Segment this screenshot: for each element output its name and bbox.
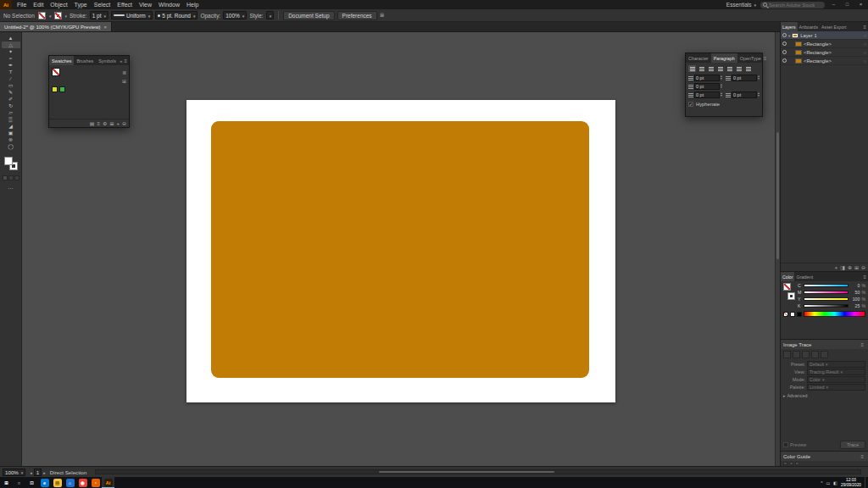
tab-swatches[interactable]: Swatches — [49, 56, 74, 65]
new-sublayer-icon[interactable] — [848, 263, 852, 272]
layer-name[interactable]: Layer 1 — [800, 33, 862, 38]
lasso-tool[interactable]: ≈ — [2, 55, 20, 62]
object-name[interactable]: <Rectangle> — [804, 58, 862, 64]
preset-select[interactable]: Default — [807, 361, 865, 368]
menu-view[interactable]: View — [136, 0, 155, 9]
next-artboard-icon[interactable] — [43, 469, 46, 475]
menu-type[interactable]: Type — [71, 0, 91, 9]
menu-object[interactable]: Object — [47, 0, 70, 9]
brush-definition-select[interactable]: 5 pt. Round — [155, 11, 198, 19]
selection-tool[interactable]: ▲ — [2, 35, 20, 42]
clipping-mask-icon[interactable] — [840, 263, 845, 272]
start-button[interactable]: ⊞ — [0, 477, 13, 488]
chrome-taskbar-button[interactable]: ◉ — [76, 477, 89, 488]
workspace-switcher[interactable]: Essentials — [726, 2, 756, 8]
illustrator-taskbar-button[interactable]: Ai — [102, 477, 114, 488]
cyan-value[interactable]: 0 — [850, 283, 860, 288]
stepper-icons[interactable] — [758, 75, 760, 80]
vertical-scrollbar-thumb[interactable] — [776, 132, 779, 259]
tab-color[interactable]: Color — [781, 272, 794, 281]
panel-menu-icon[interactable] — [764, 56, 767, 61]
swatch-none[interactable] — [52, 68, 60, 76]
first-line-indent-value[interactable]: 0 pt — [694, 83, 720, 90]
space-before-field[interactable]: 0 pt — [688, 92, 722, 98]
tray-expand-icon[interactable] — [821, 480, 822, 485]
line-segment-tool[interactable]: ∕ — [2, 75, 20, 82]
mode-select[interactable]: Color — [807, 376, 865, 383]
layer-row[interactable]: Layer 1 — [781, 31, 868, 40]
justify-all-button[interactable] — [744, 65, 752, 72]
direct-selection-tool[interactable]: △ — [2, 42, 20, 48]
network-icon[interactable] — [826, 480, 831, 485]
color-panel-header[interactable]: Color Gradient — [781, 272, 868, 281]
type-tool[interactable]: T — [2, 69, 20, 75]
right-indent-field[interactable]: 0 pt — [726, 75, 760, 81]
hand-tool[interactable]: ⊛ — [2, 136, 20, 143]
black-slider[interactable] — [804, 304, 849, 308]
swatch-options-icon[interactable] — [103, 119, 107, 128]
pen-tool[interactable]: ✒ — [2, 62, 20, 69]
control-panel-menu-icon[interactable] — [380, 12, 385, 19]
fill-swatch[interactable] — [783, 283, 791, 291]
space-after-value[interactable]: 0 pt — [732, 92, 757, 98]
layer-object-row[interactable]: <Rectangle> — [781, 40, 868, 48]
search-input[interactable] — [769, 3, 822, 8]
visibility-eye-icon[interactable] — [782, 42, 787, 46]
visibility-eye-icon[interactable] — [782, 50, 787, 54]
canvas-area[interactable] — [22, 32, 780, 466]
palette-select[interactable]: Limited — [807, 384, 865, 391]
yellow-value[interactable]: 100 — [850, 297, 860, 302]
horizontal-scrollbar-thumb[interactable] — [379, 471, 554, 473]
right-indent-value[interactable]: 0 pt — [732, 75, 757, 81]
align-left-button[interactable] — [688, 65, 696, 72]
black-swatch[interactable] — [797, 312, 802, 317]
close-button[interactable] — [856, 0, 865, 9]
stroke-swatch[interactable] — [787, 292, 795, 300]
panel-menu-icon[interactable] — [860, 342, 864, 347]
menu-window[interactable]: Window — [155, 0, 183, 9]
delete-swatch-icon[interactable] — [122, 119, 126, 128]
space-after-field[interactable]: 0 pt — [726, 92, 760, 98]
firefox-taskbar-button[interactable]: ◔ — [89, 477, 102, 488]
color-spectrum-bar[interactable] — [804, 311, 865, 317]
fill-color-control[interactable] — [38, 12, 46, 19]
rectangle-tool[interactable]: ▭ — [2, 82, 20, 89]
horizontal-scrollbar[interactable] — [95, 469, 861, 474]
visibility-eye-icon[interactable] — [782, 58, 787, 63]
black-value[interactable]: 25 — [850, 303, 860, 308]
left-indent-field[interactable]: 0 pt — [688, 75, 722, 81]
task-view-button[interactable]: ⊡ — [25, 477, 38, 488]
store-taskbar-button[interactable]: ⌂ — [64, 477, 76, 488]
document-setup-button[interactable]: Document Setup — [283, 11, 334, 20]
tab-asset-export[interactable]: Asset Export — [820, 22, 848, 31]
menu-file[interactable]: File — [14, 0, 30, 9]
tab-paragraph[interactable]: Paragraph — [711, 53, 737, 63]
tab-layers[interactable]: Layers — [781, 22, 798, 31]
draw-normal-mode-button[interactable] — [3, 175, 8, 180]
image-trace-header[interactable]: Image Trace — [781, 340, 868, 349]
new-layer-icon[interactable] — [854, 263, 859, 272]
align-right-button[interactable] — [707, 65, 715, 72]
stock-search-field[interactable] — [760, 2, 825, 8]
trace-preset-icon[interactable] — [793, 351, 800, 358]
preferences-button[interactable]: Preferences — [337, 11, 377, 20]
fill-dropdown-icon[interactable] — [48, 13, 52, 19]
guide-swatch[interactable] — [795, 462, 799, 465]
justify-right-button[interactable] — [735, 65, 743, 72]
artboard[interactable] — [186, 100, 615, 402]
menu-help[interactable]: Help — [183, 0, 202, 9]
first-line-indent-field[interactable]: 0 pt — [688, 83, 722, 90]
close-tab-icon[interactable] — [103, 25, 107, 30]
magenta-slider[interactable] — [804, 291, 849, 294]
style-select[interactable] — [266, 11, 275, 19]
guide-swatch[interactable] — [789, 462, 793, 465]
trace-preset-icon[interactable] — [783, 351, 791, 358]
magenta-value[interactable]: 50 — [850, 290, 860, 295]
visibility-eye-icon[interactable] — [782, 33, 787, 37]
object-name[interactable]: <Rectangle> — [804, 42, 862, 47]
layer-object-row[interactable]: <Rectangle> — [781, 48, 868, 57]
previous-artboard-icon[interactable] — [30, 469, 32, 475]
guide-swatch[interactable] — [783, 462, 787, 465]
none-swatch[interactable] — [783, 312, 788, 317]
draw-behind-mode-button[interactable] — [8, 175, 14, 180]
